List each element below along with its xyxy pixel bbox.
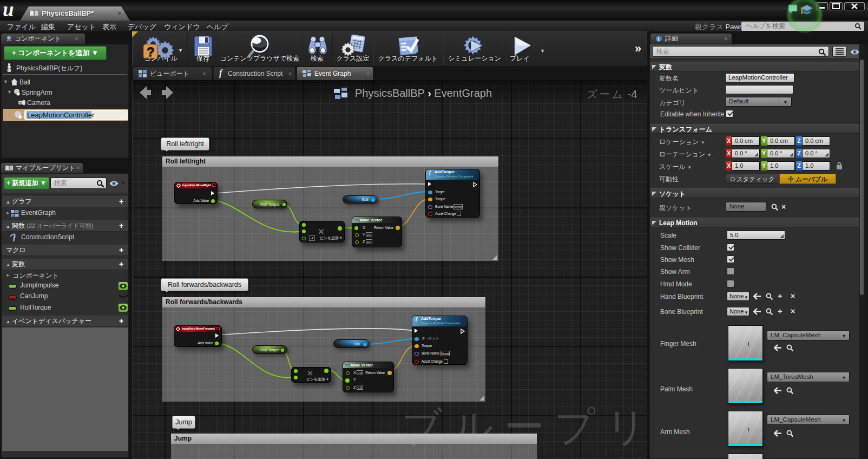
svg-text:f: f <box>13 235 16 241</box>
